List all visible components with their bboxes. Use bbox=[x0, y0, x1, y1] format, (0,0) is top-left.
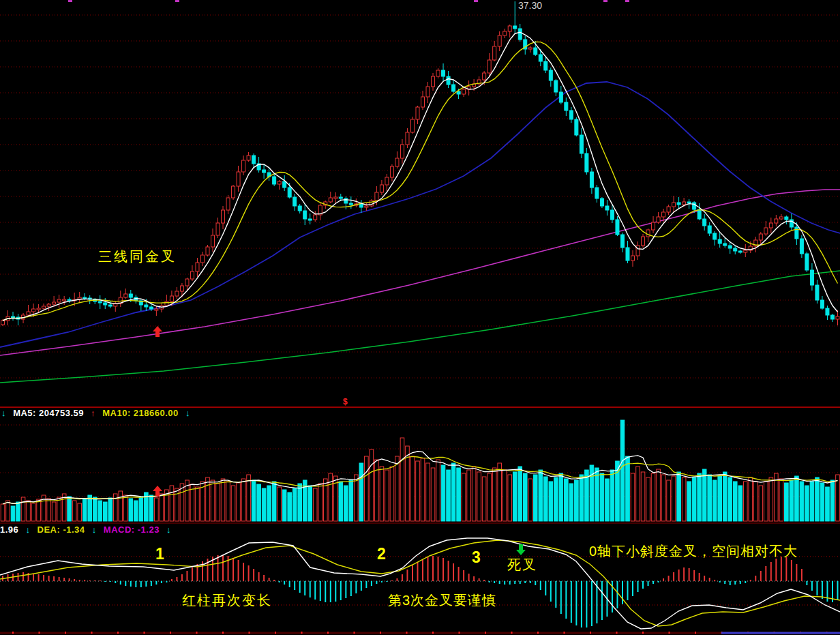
price-high-label: 37.30 bbox=[518, 0, 542, 11]
macd-dif-value: 1.96 bbox=[0, 525, 18, 535]
macd-dea-value: DEA: -1.34 bbox=[38, 525, 85, 535]
volume-ma10-value: MA10: 218660.00 bbox=[102, 408, 179, 418]
dollar-marker: $ bbox=[343, 397, 348, 407]
annotation-three-line-golden-cross: 三线同金叉 bbox=[98, 250, 177, 263]
annotation-red-bars-note: 红柱再次变长 bbox=[182, 593, 272, 607]
annotation-cross-2: 2 bbox=[377, 546, 386, 562]
annotation-cross-1: 1 bbox=[155, 546, 164, 562]
annotation-death-cross: 死叉 bbox=[507, 558, 537, 572]
macd-dif-down-arrow-icon: ↓ bbox=[25, 525, 30, 535]
annotation-cross-3: 3 bbox=[472, 550, 481, 565]
annotation-third-cross-note: 第3次金叉要谨慎 bbox=[388, 593, 496, 607]
macd-indicator-header: 1.96 ↓ DEA: -1.34 ↓ MACD: -1.23 ↓ bbox=[0, 525, 175, 535]
volume-prefix-arrow-icon: ↓ bbox=[1, 408, 6, 418]
stock-chart-window: 37.30 三线同金叉 $ ↓ MA5: 204753.59 ↑ MA10: 2… bbox=[0, 0, 840, 635]
volume-indicator-header: ↓ MA5: 204753.59 ↑ MA10: 218660.00 ↓ bbox=[1, 408, 194, 418]
main-chart-pane[interactable] bbox=[0, 0, 840, 407]
macd-dea-down-arrow-icon: ↓ bbox=[92, 525, 97, 535]
macd-macd-value: MACD: -1.23 bbox=[104, 525, 160, 535]
annotation-zero-axis-note: 0轴下小斜度金叉，空间相对不大 bbox=[589, 544, 798, 558]
volume-ma5-value: MA5: 204753.59 bbox=[13, 408, 84, 418]
volume-ma10-down-arrow-icon: ↓ bbox=[185, 408, 190, 418]
macd-macd-down-arrow-icon: ↓ bbox=[166, 525, 171, 535]
volume-ma5-up-arrow-icon: ↑ bbox=[91, 408, 95, 418]
volume-pane[interactable] bbox=[0, 419, 840, 523]
